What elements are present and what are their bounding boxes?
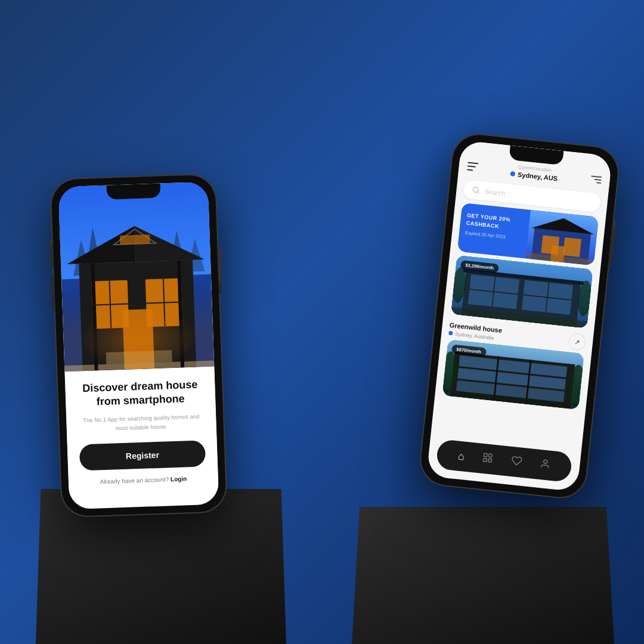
svg-marker-6 [66,226,135,264]
nav-home[interactable]: ⌂ [457,450,465,463]
left-phone: Discover dream house from smartphone The… [51,174,227,516]
left-title: Discover dream house from smartphone [77,377,204,410]
bottom-nav: ⌂ [436,439,573,482]
nav-heart[interactable] [510,455,522,469]
search-icon [472,186,480,194]
hamburger-menu-icon[interactable] [467,162,478,171]
location-pin-icon [510,171,516,177]
svg-point-56 [543,460,547,464]
nav-user[interactable] [539,458,551,472]
left-subtitle: The No.1 App for searching quality homes… [78,411,205,434]
search-placeholder: Search [484,187,506,197]
right-screen: Current location Sydney, AUS Search [426,140,612,491]
nav-grid[interactable] [482,452,494,466]
svg-rect-27 [563,237,581,257]
promo-title: GET YOUR 20% CASHBACK [466,212,524,233]
svg-line-22 [477,191,479,193]
promo-expiry: Expired 20 Apr 2023 [465,230,522,242]
svg-rect-52 [484,453,488,457]
location-display: Current location Sydney, AUS [510,163,559,182]
property-1-location-icon [448,331,453,336]
left-screen: Discover dream house from smartphone The… [58,182,219,509]
property-1-arrow[interactable]: ↗ [568,333,587,351]
property-1-image: $3,299/month [451,255,593,328]
property-card-1[interactable]: $3,299/month [451,255,593,328]
svg-rect-12 [120,234,150,244]
login-prompt: Already have an account? Login [80,475,206,485]
promo-text-area: GET YOUR 20% CASHBACK Expired 20 Apr 202… [457,203,531,259]
svg-rect-54 [484,459,487,462]
svg-rect-55 [488,459,492,462]
register-button[interactable]: Register [79,440,206,470]
svg-rect-53 [489,454,493,457]
left-notch [106,184,160,200]
pedestal-right [352,507,614,644]
left-hero-image [58,182,215,372]
promo-banner[interactable]: GET YOUR 20% CASHBACK Expired 20 Apr 202… [457,203,599,266]
login-link[interactable]: Login [171,475,187,482]
filter-icon[interactable] [590,175,602,184]
promo-house-image [525,210,599,266]
left-content: Discover dream house from smartphone The… [64,367,218,496]
